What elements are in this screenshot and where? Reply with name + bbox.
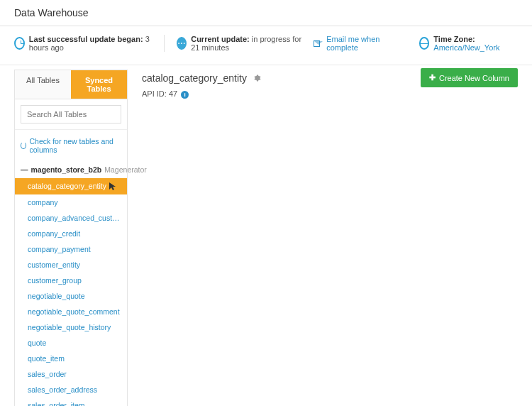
globe-icon [419, 37, 430, 50]
tree-item-sales-order-item[interactable]: sales_order_item [15, 397, 127, 406]
current-update-label: Current update: [191, 35, 250, 43]
timezone-value[interactable]: America/New_York [433, 43, 499, 52]
tree-item-negotiable-quote-history[interactable]: negotiable_quote_history [15, 319, 127, 335]
sidebar: All Tables Synced Tables Check for new t… [14, 70, 128, 406]
last-update-label: Last successful update began: [29, 35, 143, 43]
tree-item-customer-group[interactable]: customer_group [15, 273, 127, 288]
tab-all-tables[interactable]: All Tables [15, 70, 71, 99]
main-panel: ✚ Create New Column catalog_category_ent… [142, 70, 518, 406]
mail-icon [314, 40, 321, 47]
progress-icon: ··· [177, 37, 187, 50]
tree-group-name: magento_store_b2b [31, 165, 102, 174]
tab-synced-tables[interactable]: Synced Tables [71, 70, 127, 99]
tree-item-company-credit[interactable]: company_credit [15, 226, 127, 241]
tree-item-negotiable-quote-comment[interactable]: negotiable_quote_comment [15, 304, 127, 319]
create-new-column-label: Create New Column [439, 74, 509, 82]
tree-item-catalog-category-entity[interactable]: catalog_category_entity [15, 178, 127, 194]
tree-group-magento[interactable]: — magento_store_b2b Magenerator [15, 161, 127, 178]
cursor-icon [106, 182, 116, 190]
tree-group-sub: Magenerator [104, 165, 147, 174]
api-id-row: API ID: 47 i [142, 89, 518, 103]
clock-icon [14, 37, 25, 50]
api-id-value: 47 [169, 89, 177, 98]
refresh-icon [21, 142, 26, 149]
create-new-column-button[interactable]: ✚ Create New Column [421, 68, 518, 87]
tree-item-company[interactable]: company [15, 194, 127, 210]
tree-item-company-advanced-customer-entity[interactable]: company_advanced_customer_entity [15, 210, 127, 226]
check-new-tables-link[interactable]: Check for new tables and columns [15, 130, 127, 161]
status-bar: Last successful update began: 3 hours ag… [0, 26, 532, 65]
sidebar-tabs: All Tables Synced Tables [15, 70, 127, 99]
search-input[interactable] [21, 105, 121, 124]
divider [164, 35, 165, 52]
timezone-status: Time Zone: America/New_York [419, 35, 518, 52]
api-id-label: API ID: [142, 89, 167, 98]
table-title: catalog_category_entity [142, 72, 247, 84]
tree-item-sales-order[interactable]: sales_order [15, 366, 127, 382]
collapse-icon: — [21, 165, 28, 174]
tree-item-quote[interactable]: quote [15, 335, 127, 351]
tree-item-negotiable-quote[interactable]: negotiable_quote [15, 288, 127, 304]
timezone-label: Time Zone: [433, 35, 475, 43]
tree-item-customer-entity[interactable]: customer_entity [15, 257, 127, 273]
current-update-status: ··· Current update: in progress for 21 m… [177, 35, 393, 52]
email-complete-link[interactable]: Email me when complete [326, 35, 393, 52]
page-title: Data Warehouse [0, 0, 532, 26]
tree-item-quote-item[interactable]: quote_item [15, 351, 127, 366]
tree-item-sales-order-address[interactable]: sales_order_address [15, 382, 127, 397]
table-tree: — magento_store_b2b Magenerator catalog_… [15, 161, 127, 406]
last-update-status: Last successful update began: 3 hours ag… [14, 35, 151, 52]
info-icon[interactable]: i [181, 91, 189, 99]
tree-item-company-payment[interactable]: company_payment [15, 241, 127, 257]
gear-icon[interactable] [253, 74, 261, 82]
plus-icon: ✚ [429, 73, 436, 82]
check-new-tables-label: Check for new tables and columns [29, 137, 121, 154]
